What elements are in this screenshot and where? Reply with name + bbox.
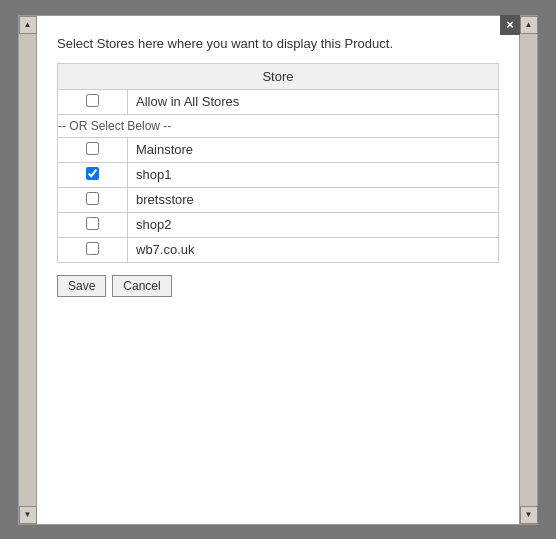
button-row: Save Cancel xyxy=(57,275,499,297)
store-table: Store Allow in All Stores -- OR Select B… xyxy=(57,63,499,263)
scroll-down-right-btn[interactable]: ▼ xyxy=(520,506,538,524)
store-row: shop2 xyxy=(58,212,499,237)
scrollbar-left[interactable]: ▲ ▼ xyxy=(19,16,37,524)
store-name-2: bretsstore xyxy=(128,187,499,212)
scroll-track-left xyxy=(19,34,36,506)
allow-all-checkbox-cell[interactable] xyxy=(58,89,128,114)
separator-text: -- OR Select Below -- xyxy=(58,114,499,137)
store-checkbox-4[interactable] xyxy=(86,242,99,255)
scroll-track-right xyxy=(520,34,537,506)
store-checkbox-1[interactable] xyxy=(86,167,99,180)
store-checkbox-cell[interactable] xyxy=(58,237,128,262)
store-checkbox-cell[interactable] xyxy=(58,212,128,237)
store-row: Mainstore xyxy=(58,137,499,162)
store-row: wb7.co.uk xyxy=(58,237,499,262)
scrollbar-right[interactable]: ▲ ▼ xyxy=(519,16,537,524)
scroll-down-btn[interactable]: ▼ xyxy=(19,506,37,524)
store-name-0: Mainstore xyxy=(128,137,499,162)
modal-content: × Select Stores here where you want to d… xyxy=(37,16,519,524)
modal-description: Select Stores here where you want to dis… xyxy=(57,36,499,51)
store-name-4: wb7.co.uk xyxy=(128,237,499,262)
store-name-3: shop2 xyxy=(128,212,499,237)
cancel-button[interactable]: Cancel xyxy=(112,275,171,297)
close-button[interactable]: × xyxy=(500,15,520,35)
store-checkbox-3[interactable] xyxy=(86,217,99,230)
store-checkbox-cell[interactable] xyxy=(58,162,128,187)
allow-all-checkbox[interactable] xyxy=(86,94,99,107)
store-row: bretsstore xyxy=(58,187,499,212)
store-name-1: shop1 xyxy=(128,162,499,187)
modal-inner: Select Stores here where you want to dis… xyxy=(57,36,499,504)
table-header-store: Store xyxy=(58,63,499,89)
modal-container: ▲ ▼ × Select Stores here where you want … xyxy=(18,15,538,525)
store-checkbox-cell[interactable] xyxy=(58,137,128,162)
separator-row: -- OR Select Below -- xyxy=(58,114,499,137)
scroll-up-btn[interactable]: ▲ xyxy=(19,16,37,34)
scroll-up-right-btn[interactable]: ▲ xyxy=(520,16,538,34)
store-checkbox-cell[interactable] xyxy=(58,187,128,212)
store-checkbox-0[interactable] xyxy=(86,142,99,155)
allow-all-row: Allow in All Stores xyxy=(58,89,499,114)
store-row: shop1 xyxy=(58,162,499,187)
allow-all-label: Allow in All Stores xyxy=(128,89,499,114)
store-checkbox-2[interactable] xyxy=(86,192,99,205)
save-button[interactable]: Save xyxy=(57,275,106,297)
